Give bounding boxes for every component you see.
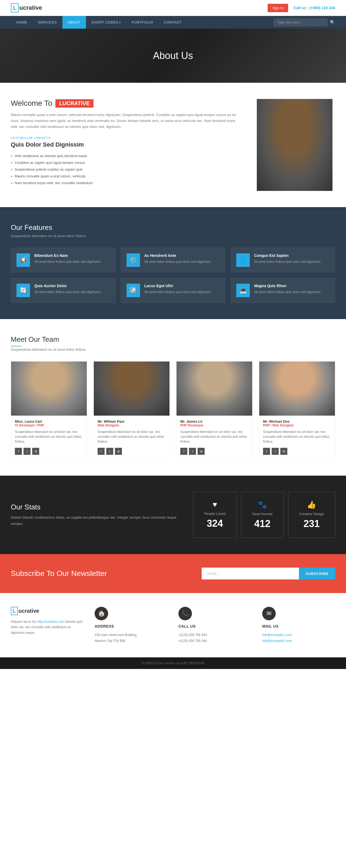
team-role-3: PHP Developer: [180, 424, 248, 427]
top-bar: L ucrative Sign In Call us : (+000) 123 …: [0, 0, 346, 16]
feature-icon-2: ⚙️: [126, 253, 140, 267]
feature-title-6: Magna Quis Rhon: [254, 284, 321, 288]
mail-icon: ✉: [262, 607, 276, 620]
call-number: (+000) 123 234: [310, 6, 335, 10]
rss-btn-3[interactable]: ⊕: [198, 448, 205, 455]
team-person-4: [259, 362, 335, 415]
team-social-4: f t ⊕: [259, 448, 335, 455]
stat-box-2: 🐾 Save Income 412: [241, 492, 284, 538]
feature-icon-6: 💻: [236, 284, 250, 297]
nav-short-codes[interactable]: SHORT CODES: [86, 16, 126, 29]
facebook-btn-3[interactable]: f: [180, 448, 187, 455]
vestibulum-label: VESTIBULUM LOBORTIS: [11, 136, 243, 140]
feature-text-2: Sit amet tellus finibus quis dolor sed d…: [144, 259, 211, 264]
team-desc-1: Suspendisse bibendum ex sit dolor sat, n…: [15, 429, 83, 444]
person-silhouette: [257, 99, 333, 191]
footer-about: L ucrative Aliquam lacus fuṣ http://lucr…: [11, 607, 84, 644]
facebook-btn-1[interactable]: f: [15, 448, 22, 455]
subscribe-button[interactable]: SUBSCRIBE: [299, 567, 335, 580]
feature-text-4: Sit amet tellus finibus quis dolor sed d…: [34, 289, 101, 294]
feature-icon-1: 📢: [17, 253, 30, 267]
feature-card-1: 📢 Bibendum Ex Nam Sit amet tellus finibu…: [11, 248, 116, 273]
team-card-1: Miss. Laura Carl Ui Developer / PHP Susp…: [11, 361, 87, 459]
rss-btn-1[interactable]: ⊕: [32, 448, 39, 455]
welcome-title: Welcome To LUCRATIVE: [11, 99, 243, 107]
nav-contact[interactable]: CONTACT: [158, 16, 187, 29]
search-button[interactable]: 🔍: [330, 20, 335, 25]
nav-portfolio[interactable]: PORTFOLIO: [126, 16, 158, 29]
nav-home[interactable]: HOME: [11, 16, 33, 29]
newsletter-title: Subscribe To Our Newsletter: [11, 569, 107, 578]
feature-content-6: Magna Quis Rhon Sit amet tellus finibus …: [254, 284, 321, 294]
list-item: Curabitur ac sapien quis ligula tempor c…: [11, 159, 243, 166]
team-title: Meet Our Team: [11, 335, 335, 344]
team-subtitle: Suspendisse bibendum ex sit amet tellus …: [11, 347, 335, 351]
team-info-4: Mr. Michael Doe PHP / Web Designer Suspe…: [259, 415, 335, 448]
hero-title: About Us: [153, 50, 193, 61]
rss-btn-2[interactable]: ⊕: [115, 448, 122, 455]
footer-logo-text: ucrative: [19, 608, 39, 614]
mail-info: info@example1.com info@example2.com: [262, 632, 335, 644]
bottom-bar: 访问网站社区bbs.xieniao.com免费下载更多内容: [0, 657, 346, 669]
mail-title: MAIL US: [262, 624, 335, 628]
nav-services[interactable]: SERVICES: [33, 16, 62, 29]
team-grid: Miss. Laura Carl Ui Developer / PHP Susp…: [11, 361, 335, 459]
logo: L ucrative: [11, 3, 42, 12]
feature-icon-4: 🔄: [17, 284, 30, 297]
facebook-btn-2[interactable]: f: [98, 448, 105, 455]
mail-link-1[interactable]: info@example1.com: [262, 633, 292, 637]
team-name-3: Mr. James Lii: [180, 420, 248, 424]
nav-about[interactable]: ABOUT: [62, 16, 86, 29]
rss-btn-4[interactable]: ⊕: [280, 448, 287, 455]
team-desc-4: Suspendisse bibendum ex sit dolor sat, n…: [263, 429, 331, 444]
footer-link[interactable]: http://lucrative.com: [37, 620, 64, 624]
twitter-btn-3[interactable]: t: [189, 448, 196, 455]
stats-right: ♥ People Loved 324 🐾 Save Income 412 👍 C…: [193, 492, 335, 538]
feature-content-3: Congue Est Sapien Sit amet tellus finibu…: [254, 253, 321, 264]
twitter-btn-2[interactable]: t: [106, 448, 113, 455]
bottom-bar-text: 访问网站社区bbs.xieniao.com免费下载更多内容: [141, 661, 205, 665]
welcome-text: Welcome To: [11, 99, 52, 107]
search-input[interactable]: [274, 18, 327, 27]
newsletter-section: Subscribe To Our Newsletter SUBSCRIBE: [0, 554, 346, 593]
team-img-3: [177, 362, 252, 415]
team-social-3: f t ⊕: [177, 448, 252, 455]
list-item: Velit vestibulum ac lobortis quis tincid…: [11, 153, 243, 159]
team-person-3: [177, 362, 252, 415]
mail-link-2[interactable]: info@example2.com: [262, 639, 292, 643]
feature-title-1: Bibendum Ex Nam: [34, 253, 101, 258]
stat-label-2: Save Income: [252, 512, 273, 516]
feature-card-6: 💻 Magna Quis Rhon Sit amet tellus finibu…: [230, 278, 335, 303]
logo-text: ucrative: [19, 4, 42, 11]
logo-box: L: [11, 3, 19, 12]
stat-number-2: 412: [252, 518, 273, 529]
team-social-2: f t ⊕: [94, 448, 169, 455]
twitter-btn-1[interactable]: t: [24, 448, 31, 455]
feature-content-5: Lacus Eget Ultri Sit amet tellus finibus…: [144, 284, 211, 294]
twitter-btn-4[interactable]: t: [272, 448, 279, 455]
feature-title-4: Quis Auctor Dolor: [34, 284, 101, 288]
stat-box-1: ♥ People Loved 324: [193, 492, 237, 538]
feature-content-2: Ac Hendrerit Ante Sit amet tellus finibu…: [144, 253, 211, 264]
hero-banner: About Us: [0, 29, 346, 83]
footer-address: 🏠 ADDRESS 234 main street next Building,…: [95, 607, 167, 644]
call-title: CALL US: [179, 624, 251, 628]
nav-items: HOME SERVICES ABOUT SHORT CODES PORTFOLI…: [11, 16, 187, 29]
team-info-1: Miss. Laura Carl Ui Developer / PHP Susp…: [11, 415, 87, 448]
facebook-btn-4[interactable]: f: [263, 448, 270, 455]
feature-text-1: Sit amet tellus finibus quis dolor sed d…: [34, 259, 101, 264]
team-section: Meet Our Team Suspendisse bibendum ex si…: [0, 319, 346, 476]
features-subtitle: Suspendisse bibendum ex sit amet tellus …: [11, 234, 335, 238]
newsletter-email-input[interactable]: [202, 567, 299, 580]
signin-button[interactable]: Sign In: [268, 4, 288, 12]
stat-label-1: People Loved: [204, 512, 226, 516]
team-desc-2: Suspendisse bibendum ex sit dolor sat, n…: [98, 429, 166, 444]
team-card-3: Mr. James Lii PHP Developer Suspendisse …: [176, 361, 252, 459]
team-desc-3: Suspendisse bibendum ex sit dolor sat, n…: [180, 429, 248, 444]
address-line1: 234 main street next Building,: [95, 632, 167, 638]
team-info-3: Mr. James Lii PHP Developer Suspendisse …: [177, 415, 252, 448]
top-right: Sign In Call us : (+000) 123 234: [268, 4, 335, 12]
call-info: +(123) 456 789 344 +(123) 456 789 344: [179, 632, 251, 644]
team-card-2: Mr. William Paul Web Designer Suspendiss…: [94, 361, 170, 459]
stat-box-3: 👍 Creative Design 231: [288, 492, 336, 538]
